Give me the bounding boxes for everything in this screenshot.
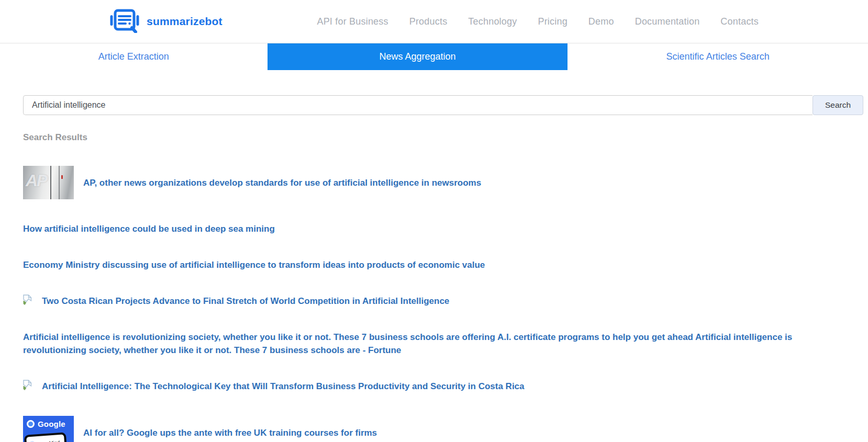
app-header: summarizebot API for Business Products T… [0,0,868,43]
summarizebot-logo-icon [109,8,140,35]
nav-item-documentation[interactable]: Documentation [635,16,700,27]
result-row: How artificial intelligence could be use… [23,222,845,235]
feature-tabs: Article Extraction News Aggregation Scie… [0,43,868,70]
result-row: Economy Ministry discussing use of artif… [23,258,845,271]
result-row: APAP, other news organizations develop s… [23,166,845,199]
results-heading: Search Results [23,132,845,143]
tab-article-extraction[interactable]: Article Extraction [0,43,268,70]
nav-item-products[interactable]: Products [409,16,448,27]
nav-item-contacts[interactable]: Contacts [720,16,759,27]
result-row: Artificial intelligence is revolutionizi… [23,331,845,357]
brand-name: summarizebot [147,15,222,28]
phone-screen: DeepMind [24,432,67,442]
result-thumbnail-ap-office[interactable]: AP [23,166,74,199]
nav-item-pricing[interactable]: Pricing [538,16,567,27]
nav-item-demo[interactable]: Demo [588,16,614,27]
exit-sign-detail [61,175,63,179]
results-list: APAP, other news organizations develop s… [23,166,845,442]
result-thumbnail-google-deepmind[interactable]: GoogleDeepMind [23,416,74,442]
result-row: GoogleDeepMindAI for all? Google ups the… [23,416,845,442]
google-logo-circle-icon [27,420,35,428]
broken-image-icon[interactable] [23,380,32,393]
google-wordmark: Google [38,420,65,428]
result-link[interactable]: Two Costa Rican Projects Advance to Fina… [42,294,449,308]
search-bar: Search [23,95,863,115]
broken-image-icon[interactable] [23,294,32,308]
result-link[interactable]: AP, other news organizations develop sta… [83,176,481,189]
tab-news-aggregation[interactable]: News Aggregation [268,43,568,70]
result-link[interactable]: Artificial intelligence is revolutionizi… [23,331,845,357]
search-input[interactable] [23,95,813,115]
result-row: Artificial Intelligence: The Technologic… [23,380,845,393]
result-link[interactable]: Economy Ministry discussing use of artif… [23,258,485,271]
tab-scientific-articles-search[interactable]: Scientific Articles Search [567,43,868,70]
nav-item-technology[interactable]: Technology [468,16,517,27]
deepmind-wordmark: DeepMind [37,439,60,442]
search-button[interactable]: Search [813,95,863,115]
main-nav: API for Business Products Technology Pri… [317,16,759,27]
ap-letters: AP [26,171,47,190]
result-row: Two Costa Rican Projects Advance to Fina… [23,294,845,308]
result-link[interactable]: How artificial intelligence could be use… [23,222,275,235]
brand-logo[interactable]: summarizebot [109,8,222,35]
result-link[interactable]: Artificial Intelligence: The Technologic… [42,380,525,393]
result-link[interactable]: AI for all? Google ups the ante with fre… [83,426,377,439]
nav-item-api-for-business[interactable]: API for Business [317,16,388,27]
